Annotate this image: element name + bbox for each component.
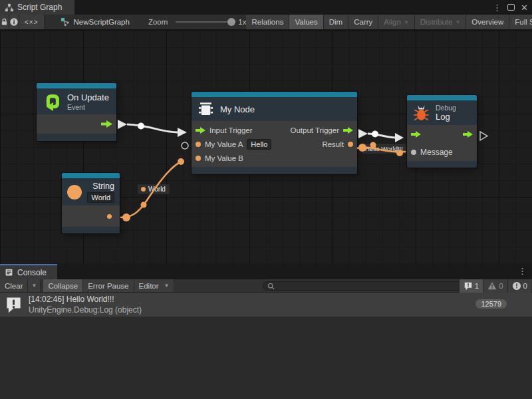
node-debug-log-header: Debug Log	[407, 100, 477, 125]
node-title: On Update	[67, 92, 109, 102]
editor-dropdown[interactable]: Editor▼	[134, 279, 175, 292]
fullscreen-label: Full S	[515, 18, 532, 26]
node-title: My Node	[220, 104, 255, 114]
align-label: Align	[384, 18, 401, 26]
values-toggle[interactable]: Values	[289, 15, 323, 29]
tab-console-label: Console	[17, 268, 47, 277]
graph-asset-icon	[61, 17, 70, 27]
debug-input-trigger-port[interactable]	[411, 131, 421, 138]
unity-window: Script Graph ⋮ ✕ <×> NewScriptGraph	[0, 0, 532, 399]
window-menu-icon[interactable]: ⋮	[493, 3, 501, 12]
console-search[interactable]	[263, 281, 464, 291]
editor-label: Editor	[139, 282, 159, 290]
info-button[interactable]	[9, 15, 19, 29]
console-search-input[interactable]	[277, 282, 460, 290]
debug-bug-icon	[412, 104, 430, 122]
string-literal-icon	[67, 185, 82, 200]
node-debug-log[interactable]: Debug Log Message	[407, 95, 477, 168]
clear-dropdown[interactable]: ▼	[28, 279, 41, 292]
graph-name-label: NewScriptGraph	[74, 18, 130, 26]
zoom-slider[interactable]	[176, 21, 233, 23]
wire-value-bubble-hello-world: Hello World!!!	[361, 143, 407, 154]
string-output-port[interactable]	[107, 214, 112, 219]
node-string-body	[62, 205, 120, 227]
window-close-icon[interactable]: ✕	[521, 3, 528, 12]
trigger-output-port[interactable]	[101, 120, 112, 128]
chevron-down-icon: ▼	[455, 19, 460, 25]
distribute-label: Distribute	[420, 18, 453, 26]
console-toolbar: Clear ▼ Collapse Error Pause Editor▼ 1	[0, 279, 532, 293]
error-pause-toggle[interactable]: Error Pause	[83, 279, 134, 292]
unconnected-flow-triangle[interactable]	[480, 132, 487, 140]
my-value-b-port[interactable]	[196, 156, 201, 161]
carry-toggle[interactable]: Carry	[348, 15, 378, 29]
chevron-down-icon: ▼	[404, 19, 409, 25]
error-pause-label: Error Pause	[88, 282, 128, 290]
collapse-toggle[interactable]: Collapse	[43, 279, 83, 292]
wire-value-hello-world: Hello World!!!	[365, 145, 403, 152]
unconnected-port-circle[interactable]	[182, 142, 188, 149]
my-value-a-field[interactable]: Hello	[247, 139, 271, 150]
align-dropdown[interactable]: Align▼	[378, 15, 415, 29]
tab-script-graph[interactable]: Script Graph	[0, 0, 74, 15]
wire-value-bubble-world: World	[137, 184, 170, 195]
node-subtitle: Event	[67, 103, 109, 111]
port-row: My Value A Hello Result	[192, 137, 357, 151]
info-count-toggle[interactable]: 1	[459, 279, 483, 293]
message-port[interactable]	[411, 150, 416, 155]
node-footer	[192, 167, 357, 174]
node-on-update[interactable]: On Update Event	[37, 83, 116, 141]
node-my-node[interactable]: My Node Input Trigger Output Trigger	[192, 92, 357, 174]
zoom-slider-handle[interactable]	[227, 18, 235, 26]
warning-count-toggle[interactable]: 0	[483, 279, 507, 293]
error-count: 0	[523, 282, 527, 290]
carry-label: Carry	[354, 18, 372, 26]
dim-label: Dim	[329, 18, 342, 26]
connection-onupdate-to-mynode[interactable]	[118, 120, 187, 137]
overview-button[interactable]: Overview	[466, 15, 509, 29]
log-info-bubble-icon	[5, 296, 23, 314]
graph-canvas[interactable]: World Hello World!!! On Update Event	[0, 31, 532, 264]
node-footer	[407, 161, 477, 168]
fullscreen-button[interactable]: Full S	[509, 15, 532, 29]
output-trigger-port[interactable]	[343, 127, 353, 134]
distribute-dropdown[interactable]: Distribute▼	[415, 15, 467, 29]
collapse-count-badge: 12579	[475, 299, 507, 309]
window-maximize-icon[interactable]	[507, 4, 515, 11]
node-my-node-header: My Node	[192, 97, 357, 121]
dim-toggle[interactable]: Dim	[324, 15, 348, 29]
result-port[interactable]	[348, 142, 353, 147]
warning-count: 0	[499, 282, 503, 290]
zoom-value: 1x	[238, 18, 246, 26]
node-accent-strip	[192, 92, 357, 97]
node-string-header: String World	[62, 178, 120, 205]
code-view-button[interactable]: <×>	[19, 15, 45, 29]
clear-button[interactable]: Clear	[0, 279, 28, 292]
node-string[interactable]: String World	[62, 173, 120, 233]
input-trigger-port[interactable]	[196, 127, 205, 134]
node-accent-strip	[62, 173, 120, 178]
zoom-label: Zoom	[148, 18, 168, 26]
node-on-update-body	[37, 114, 116, 134]
unit-box-icon	[197, 100, 215, 118]
node-footer	[37, 134, 116, 141]
search-icon	[267, 283, 275, 290]
error-count-toggle[interactable]: 0	[507, 279, 531, 293]
debug-output-trigger-port[interactable]	[463, 131, 473, 138]
log-entry-row[interactable]: [14:02:46] Hello World!!! UnityEngine.De…	[0, 293, 532, 317]
lock-button[interactable]	[0, 15, 9, 29]
console-count-badges: 1 0 0	[459, 279, 531, 293]
my-value-a-port[interactable]	[196, 142, 201, 147]
on-update-event-icon	[42, 92, 62, 112]
port-row: Input Trigger Output Trigger	[192, 123, 357, 137]
node-on-update-header: On Update Event	[37, 88, 116, 114]
node-title: String	[92, 182, 114, 191]
error-circle-icon	[512, 281, 521, 291]
relations-toggle[interactable]: Relations	[246, 15, 289, 29]
connection-mynode-to-debuglog[interactable]	[358, 129, 404, 142]
tab-script-graph-label: Script Graph	[17, 3, 62, 12]
input-trigger-label: Input Trigger	[209, 126, 253, 134]
tab-console[interactable]: Console	[0, 264, 57, 279]
string-value-field[interactable]: World	[87, 192, 114, 203]
console-menu-icon[interactable]: ⋮	[518, 266, 527, 276]
